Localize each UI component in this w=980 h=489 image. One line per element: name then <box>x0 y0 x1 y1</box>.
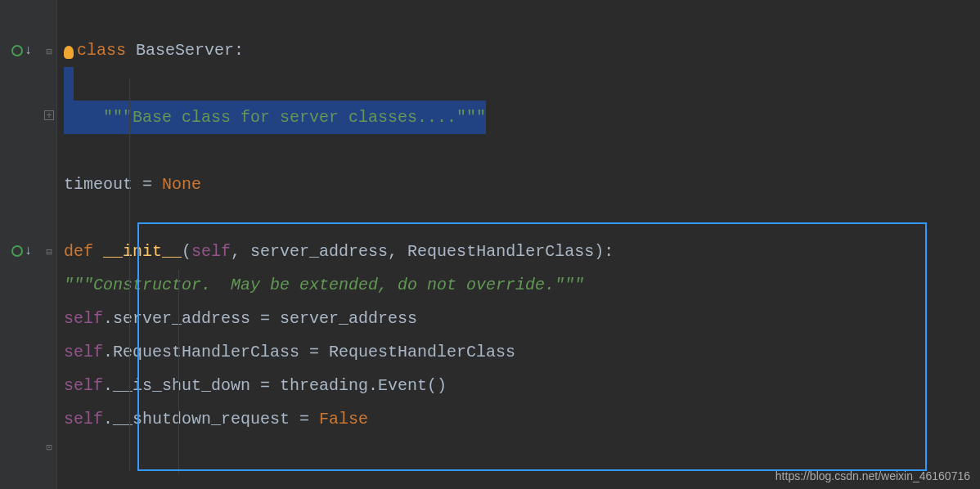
operator: = <box>133 175 162 194</box>
attribute: timeout <box>64 175 133 194</box>
constant: None <box>162 175 201 194</box>
keyword: def <box>64 242 93 261</box>
selection: """Base class for server classes....""" <box>64 101 486 134</box>
assignment: .__is_shut_down = threading.Event() <box>103 376 447 395</box>
assignment: .__shutdown_request = <box>103 410 319 428</box>
code-line[interactable]: self.server_address = server_address <box>57 302 980 335</box>
blank-line <box>57 0 980 34</box>
gutter: ↓ ↓ ⊟ + ⊟ ⊡ <box>0 0 57 489</box>
fold-end-icon[interactable]: ⊡ <box>44 443 54 453</box>
blank-line <box>57 201 980 235</box>
self-ref: self <box>64 410 103 428</box>
docstring-quote: """ <box>64 276 93 294</box>
code-line[interactable]: self.__is_shut_down = threading.Event() <box>57 369 980 402</box>
docstring-quote: """ <box>456 108 486 127</box>
blank-line <box>57 134 980 168</box>
fold-expand-icon[interactable]: + <box>44 110 54 120</box>
code-line[interactable] <box>57 67 980 101</box>
intention-bulb-icon[interactable] <box>64 46 74 59</box>
override-icon[interactable]: ↓ <box>11 245 33 257</box>
function-name: __init__ <box>93 242 182 261</box>
code-line[interactable]: self.RequestHandlerClass = RequestHandle… <box>57 335 980 369</box>
indent-guide <box>178 270 179 474</box>
self-ref: self <box>64 309 103 328</box>
docstring-text: Base class for server classes.... <box>133 108 456 127</box>
fold-collapse-icon[interactable]: ⊟ <box>44 47 54 57</box>
class-name: BaseServer: <box>126 41 244 60</box>
assignment: .server_address = server_address <box>103 309 417 328</box>
docstring-quote: """ <box>555 276 584 294</box>
self-param: self <box>191 242 231 261</box>
assignment: .RequestHandlerClass = RequestHandlerCla… <box>103 343 515 361</box>
keyword: class <box>77 41 126 60</box>
docstring-text: Constructor. May be extended, do not ove… <box>93 276 555 294</box>
code-line[interactable]: """Constructor. May be extended, do not … <box>57 268 980 302</box>
self-ref: self <box>64 343 103 361</box>
override-icon[interactable]: ↓ <box>11 45 33 56</box>
self-ref: self <box>64 376 103 395</box>
constant: False <box>319 410 368 428</box>
code-editor[interactable]: class BaseServer: """Base class for serv… <box>57 0 980 489</box>
code-line[interactable]: class BaseServer: <box>57 34 980 67</box>
selection <box>64 67 74 101</box>
fold-collapse-icon[interactable]: ⊟ <box>44 248 54 258</box>
code-line[interactable]: def __init__(self, server_address, Reque… <box>57 235 980 268</box>
code-line[interactable]: timeout = None <box>57 168 980 201</box>
code-line[interactable]: """Base class for server classes....""" <box>57 101 980 134</box>
parameters: , server_address, RequestHandlerClass): <box>231 242 614 261</box>
code-line[interactable]: self.__shutdown_request = False <box>57 402 980 436</box>
docstring-quote: """ <box>103 108 133 127</box>
watermark: https://blog.csdn.net/weixin_46160716 <box>775 469 970 482</box>
indent-guide <box>129 79 130 471</box>
